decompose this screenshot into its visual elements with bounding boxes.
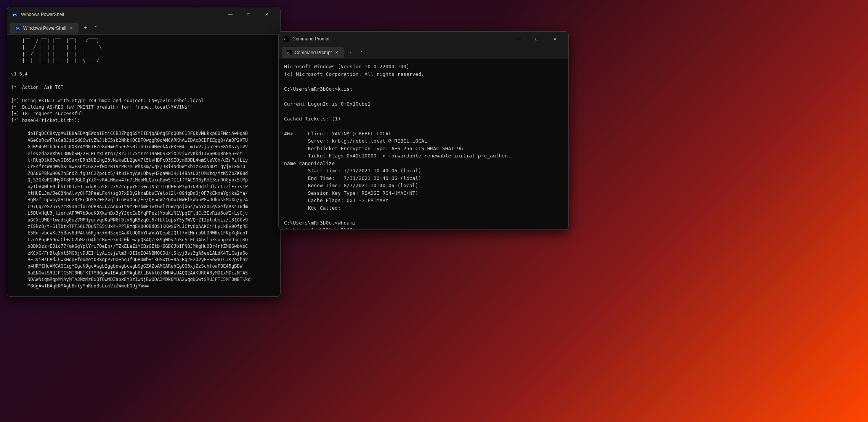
powershell-window: PS Windows PowerShell — □ ✕ PS Windows P… bbox=[7, 7, 281, 297]
cmd-output-area: Microsoft Windows [Version 10.0.22000.10… bbox=[279, 59, 568, 229]
cmd-tab-close[interactable]: ✕ bbox=[334, 50, 339, 55]
cmd-titlebar: C: Command Prompt — □ ✕ bbox=[279, 32, 568, 46]
powershell-output: |‾‾ /|‾‾| |‾‾ |‾‾| |/‾‾‾) | / | | | | | … bbox=[11, 38, 276, 296]
cmd-tab-chevron[interactable]: ˅ bbox=[358, 47, 365, 58]
cmd-title: Command Prompt bbox=[292, 36, 507, 42]
tab-chevron[interactable]: ˅ bbox=[92, 23, 100, 34]
cmd-maximize-button[interactable]: □ bbox=[528, 33, 546, 45]
cmd-close-button[interactable]: ✕ bbox=[546, 33, 564, 45]
svg-text:PS: PS bbox=[13, 13, 17, 17]
cmd-tab-label: Command Prompt bbox=[295, 50, 332, 55]
svg-text:PS: PS bbox=[16, 27, 19, 30]
cmd-icon: C: bbox=[283, 36, 289, 42]
cmd-window: C: Command Prompt — □ ✕ C: Command Promp… bbox=[278, 31, 569, 229]
powershell-title: Windows PowerShell bbox=[21, 12, 218, 17]
cmd-output: Microsoft Windows [Version 10.0.22000.10… bbox=[284, 63, 563, 229]
cmd-tab[interactable]: C: Command Prompt ✕ bbox=[282, 47, 344, 58]
powershell-titlebar: PS Windows PowerShell — □ ✕ bbox=[7, 7, 280, 22]
cmd-tab-icon: C: bbox=[286, 50, 292, 56]
powershell-tab-icon: PS bbox=[15, 25, 21, 31]
tab-add-button[interactable]: + bbox=[80, 23, 91, 34]
cmd-minimize-button[interactable]: — bbox=[510, 33, 527, 45]
powershell-maximize-button[interactable]: □ bbox=[240, 8, 257, 21]
svg-text:C:: C: bbox=[284, 38, 287, 41]
powershell-tab-label: Windows PowerShell bbox=[23, 26, 66, 31]
powershell-minimize-button[interactable]: — bbox=[221, 8, 239, 21]
powershell-close-button[interactable]: ✕ bbox=[258, 8, 276, 21]
svg-text:C:: C: bbox=[287, 51, 290, 55]
cmd-tab-add-button[interactable]: + bbox=[345, 47, 356, 58]
powershell-window-controls: — □ ✕ bbox=[221, 8, 276, 21]
powershell-tab[interactable]: PS Windows PowerShell ✕ bbox=[10, 23, 79, 34]
powershell-tab-bar: PS Windows PowerShell ✕ + ˅ bbox=[7, 22, 280, 35]
cmd-tab-bar: C: Command Prompt ✕ + ˅ bbox=[279, 46, 568, 59]
powershell-content: |‾‾ /|‾‾| |‾‾ |‾‾| |/‾‾‾) | / | | | | | … bbox=[7, 35, 280, 296]
cmd-window-controls: — □ ✕ bbox=[510, 33, 564, 45]
powershell-tab-close[interactable]: ✕ bbox=[69, 26, 74, 31]
powershell-icon: PS bbox=[12, 11, 18, 18]
